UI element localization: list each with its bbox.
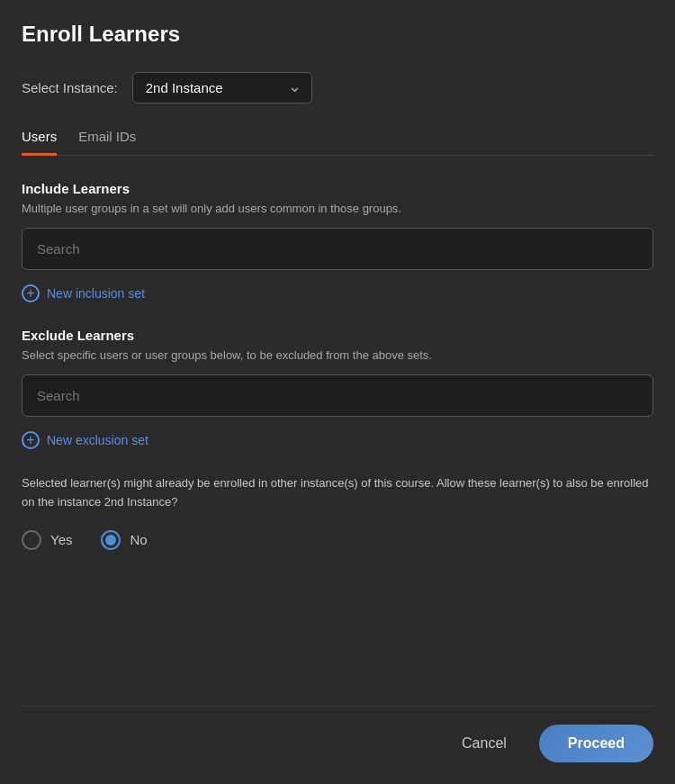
radio-yes-label: Yes bbox=[50, 532, 72, 547]
radio-no-button[interactable] bbox=[101, 530, 121, 550]
include-learners-title: Include Learners bbox=[22, 181, 653, 196]
proceed-button[interactable]: Proceed bbox=[539, 725, 653, 762]
radio-group: Yes No bbox=[22, 530, 653, 550]
new-inclusion-set-link[interactable]: + New inclusion set bbox=[22, 284, 653, 302]
radio-no[interactable]: No bbox=[101, 530, 147, 550]
new-exclusion-set-icon: + bbox=[22, 431, 40, 449]
radio-yes-button[interactable] bbox=[22, 530, 41, 550]
instance-row: Select Instance: 1st Instance 2nd Instan… bbox=[22, 72, 653, 104]
tabs-bar: Users Email IDs bbox=[22, 129, 653, 156]
radio-no-label: No bbox=[130, 532, 147, 547]
new-exclusion-set-link[interactable]: + New exclusion set bbox=[22, 431, 653, 449]
modal-footer: Cancel Proceed bbox=[22, 706, 653, 762]
new-exclusion-set-label: New exclusion set bbox=[47, 433, 148, 447]
enrollment-notice: Selected learner(s) might already be enr… bbox=[22, 474, 653, 512]
tab-email-ids[interactable]: Email IDs bbox=[78, 129, 136, 156]
radio-yes[interactable]: Yes bbox=[22, 530, 72, 550]
exclude-learners-title: Exclude Learners bbox=[22, 328, 653, 343]
tab-users[interactable]: Users bbox=[22, 129, 57, 156]
modal-title: Enroll Learners bbox=[22, 22, 653, 47]
include-learners-desc: Multiple user groups in a set will only … bbox=[22, 202, 653, 215]
new-inclusion-set-icon: + bbox=[22, 284, 40, 302]
cancel-button[interactable]: Cancel bbox=[447, 726, 521, 761]
instance-select[interactable]: 1st Instance 2nd Instance 3rd Instance bbox=[132, 72, 312, 104]
instance-select-wrapper[interactable]: 1st Instance 2nd Instance 3rd Instance bbox=[132, 72, 312, 104]
radio-no-inner bbox=[105, 535, 116, 545]
exclude-search-input[interactable] bbox=[22, 374, 653, 417]
exclude-learners-desc: Select specific users or user groups bel… bbox=[22, 348, 653, 362]
new-inclusion-set-label: New inclusion set bbox=[47, 286, 145, 301]
enroll-learners-modal: Enroll Learners Select Instance: 1st Ins… bbox=[0, 0, 675, 784]
instance-label: Select Instance: bbox=[22, 80, 118, 95]
include-search-input[interactable] bbox=[22, 228, 653, 270]
